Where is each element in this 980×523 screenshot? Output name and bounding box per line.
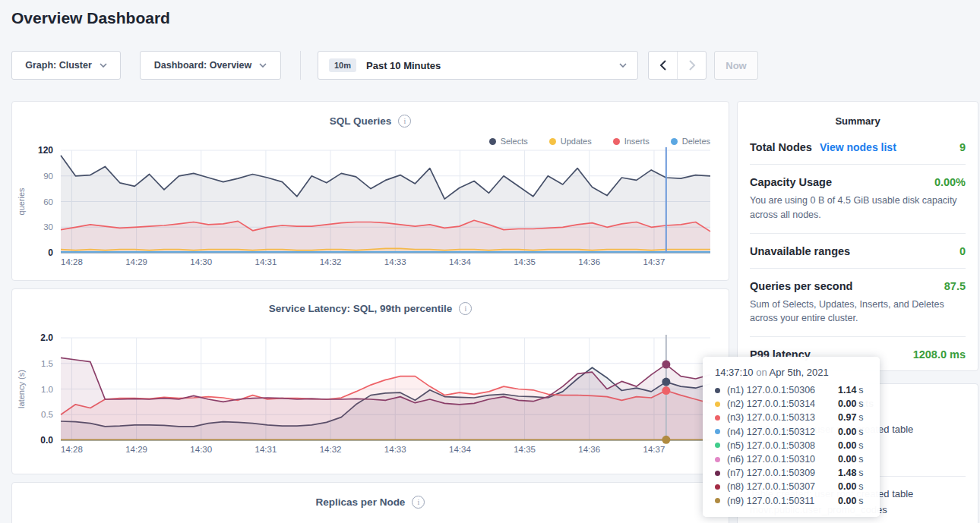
summary-row-value: 1208.0 ms bbox=[913, 348, 966, 361]
summary-row: Queries per second87.5Sum of Selects, Up… bbox=[750, 269, 966, 338]
svg-text:14:29: 14:29 bbox=[125, 445, 147, 454]
info-icon[interactable]: i bbox=[398, 115, 411, 128]
tooltip-node-value: 0.00 bbox=[838, 427, 856, 437]
series-color-dot-icon bbox=[715, 429, 720, 434]
tooltip-node-row: (n3) 127.0.0.1:503130.97s bbox=[715, 411, 880, 424]
svg-text:14:34: 14:34 bbox=[449, 257, 471, 266]
service-latency-chart[interactable]: 0.00.51.01.52.014:2814:2914:3014:3114:32… bbox=[12, 328, 729, 458]
legend-item: Inserts bbox=[613, 137, 650, 146]
tooltip-node-unit: s bbox=[858, 440, 863, 451]
svg-text:60: 60 bbox=[43, 197, 53, 206]
legend-item: Selects bbox=[489, 137, 528, 146]
svg-text:14:30: 14:30 bbox=[190, 257, 212, 266]
legend-label: Deletes bbox=[682, 137, 710, 146]
svg-text:14:30: 14:30 bbox=[190, 445, 212, 454]
tooltip-node-rows: (n1) 127.0.0.1:503061.14s(n2) 127.0.0.1:… bbox=[715, 383, 880, 508]
info-icon[interactable]: i bbox=[459, 302, 472, 315]
tooltip-node-address: (n8) 127.0.0.1:50307 bbox=[727, 481, 838, 492]
tooltip-node-unit: s bbox=[858, 454, 863, 465]
svg-text:120: 120 bbox=[38, 146, 53, 156]
tooltip-node-address: (n7) 127.0.0.1:50309 bbox=[727, 468, 838, 478]
tooltip-node-row: (n1) 127.0.0.1:503061.14s bbox=[715, 383, 880, 397]
tooltip-node-address: (n4) 127.0.0.1:50312 bbox=[727, 427, 838, 437]
svg-text:14:34: 14:34 bbox=[449, 445, 471, 454]
summary-row-label: Total Nodes bbox=[750, 141, 812, 153]
tooltip-node-address: (n5) 127.0.0.1:50308 bbox=[727, 440, 838, 451]
svg-text:0.0: 0.0 bbox=[40, 435, 53, 446]
chart-hover-tooltip: 14:37:10 on Apr 5th, 2021 (n1) 127.0.0.1… bbox=[703, 357, 880, 517]
time-step-back-button[interactable] bbox=[649, 52, 677, 79]
summary-rows: Total NodesView nodes list9Capacity Usag… bbox=[738, 127, 978, 371]
svg-text:1.0: 1.0 bbox=[41, 385, 53, 394]
svg-text:2.0: 2.0 bbox=[40, 332, 53, 343]
series-color-dot-icon bbox=[715, 415, 720, 421]
tooltip-node-value: 0.97 bbox=[838, 412, 856, 423]
tooltip-node-row: (n9) 127.0.0.1:503110.00s bbox=[715, 494, 880, 508]
y-axis-label: latency (s) bbox=[17, 370, 26, 408]
tooltip-node-address: (n9) 127.0.0.1:50311 bbox=[727, 496, 838, 506]
time-range-label: Past 10 Minutes bbox=[366, 60, 441, 71]
tooltip-node-unit: s bbox=[858, 496, 863, 506]
graph-scope-dropdown[interactable]: Graph: Cluster bbox=[11, 51, 121, 80]
summary-row-label: Capacity Usage bbox=[750, 176, 832, 188]
summary-row-value: 9 bbox=[959, 141, 966, 153]
service-latency-title: Service Latency: SQL, 99th percentile bbox=[269, 303, 453, 314]
svg-text:90: 90 bbox=[43, 172, 53, 181]
tooltip-node-unit: s bbox=[858, 412, 863, 423]
time-step-buttons bbox=[648, 51, 707, 80]
tooltip-node-value: 0.00 bbox=[838, 496, 856, 506]
svg-text:14:28: 14:28 bbox=[61, 445, 83, 454]
summary-row-value: 87.5 bbox=[944, 280, 966, 292]
tooltip-node-row: (n4) 127.0.0.1:503120.00s bbox=[715, 425, 880, 439]
tooltip-timestamp: 14:37:10 on Apr 5th, 2021 bbox=[715, 367, 880, 378]
legend-dot-icon bbox=[613, 138, 620, 145]
info-icon[interactable]: i bbox=[412, 496, 425, 509]
legend-label: Updates bbox=[561, 137, 592, 146]
summary-title: Summary bbox=[738, 102, 978, 127]
svg-text:0: 0 bbox=[48, 247, 53, 258]
svg-text:0.5: 0.5 bbox=[41, 410, 53, 419]
legend-item: Updates bbox=[549, 137, 592, 146]
legend-dot-icon bbox=[549, 138, 556, 145]
summary-row: Unavailable ranges0 bbox=[750, 234, 966, 269]
svg-text:14:36: 14:36 bbox=[578, 445, 600, 454]
tooltip-node-value: 1.48 bbox=[838, 468, 856, 478]
chevron-right-icon bbox=[688, 59, 696, 71]
tooltip-node-row: (n8) 127.0.0.1:503070.00s bbox=[715, 480, 880, 493]
dashboard-dropdown-label: Dashboard: Overview bbox=[154, 60, 252, 71]
svg-text:14:32: 14:32 bbox=[320, 445, 342, 454]
time-range-badge: 10m bbox=[329, 58, 356, 72]
svg-text:30: 30 bbox=[43, 222, 53, 232]
sql-queries-chart[interactable]: 030609012014:2814:2914:3014:3114:3214:33… bbox=[12, 146, 729, 275]
summary-row: Total NodesView nodes list9 bbox=[750, 130, 966, 165]
summary-row-label: Queries per second bbox=[750, 280, 852, 292]
tooltip-node-unit: s bbox=[858, 385, 863, 395]
series-color-dot-icon bbox=[715, 498, 720, 503]
page-title: Overview Dashboard bbox=[11, 9, 170, 27]
tooltip-node-unit: s bbox=[858, 481, 863, 492]
time-step-forward-button[interactable] bbox=[677, 52, 706, 79]
legend-label: Inserts bbox=[624, 137, 650, 146]
time-range-selector[interactable]: 10m Past 10 Minutes bbox=[318, 51, 638, 80]
svg-text:14:35: 14:35 bbox=[514, 257, 536, 266]
y-axis-label: queries bbox=[17, 187, 26, 216]
svg-text:14:35: 14:35 bbox=[514, 445, 536, 454]
service-latency-header: Service Latency: SQL, 99th percentile i bbox=[12, 289, 729, 315]
sql-queries-legend: SelectsUpdatesInsertsDeletes bbox=[489, 137, 710, 146]
series-color-dot-icon bbox=[715, 457, 720, 462]
series-color-dot-icon bbox=[715, 388, 720, 393]
tooltip-node-address: (n6) 127.0.0.1:50310 bbox=[727, 454, 838, 465]
svg-text:14:29: 14:29 bbox=[125, 257, 147, 266]
svg-text:14:37: 14:37 bbox=[643, 257, 665, 266]
series-color-dot-icon bbox=[715, 443, 720, 448]
sql-queries-header: SQL Queries i bbox=[12, 102, 729, 128]
replicas-per-node-title: Replicas per Node bbox=[316, 496, 406, 508]
now-button[interactable]: Now bbox=[714, 51, 758, 80]
replicas-per-node-panel: Replicas per Node i bbox=[11, 482, 729, 523]
tooltip-node-unit: s bbox=[858, 399, 863, 409]
svg-text:14:37: 14:37 bbox=[643, 445, 665, 454]
view-nodes-list-link[interactable]: View nodes list bbox=[820, 141, 896, 153]
tooltip-node-value: 1.14 bbox=[838, 385, 856, 395]
tooltip-node-address: (n2) 127.0.0.1:50314 bbox=[727, 399, 838, 409]
dashboard-dropdown[interactable]: Dashboard: Overview bbox=[140, 51, 281, 80]
